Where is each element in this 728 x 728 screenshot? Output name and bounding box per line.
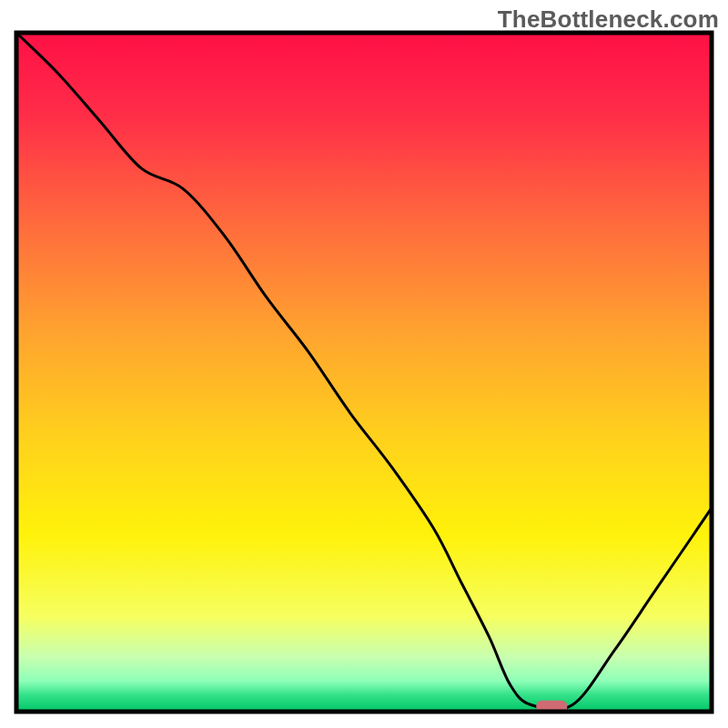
gradient-background [16,33,712,712]
chart-container: TheBottleneck.com [0,0,728,728]
watermark-label: TheBottleneck.com [498,5,719,34]
bottleneck-chart [0,0,728,728]
